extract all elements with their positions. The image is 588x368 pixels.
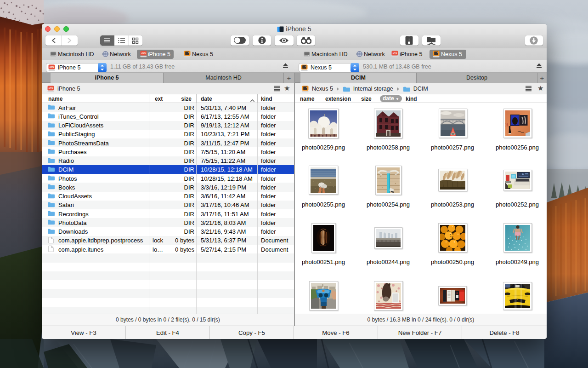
svg-text:iOS: iOS <box>50 66 54 69</box>
svg-text:iOS: iOS <box>49 87 53 90</box>
svg-text:iOS: iOS <box>393 52 397 55</box>
svg-text:iOS: iOS <box>141 52 146 55</box>
